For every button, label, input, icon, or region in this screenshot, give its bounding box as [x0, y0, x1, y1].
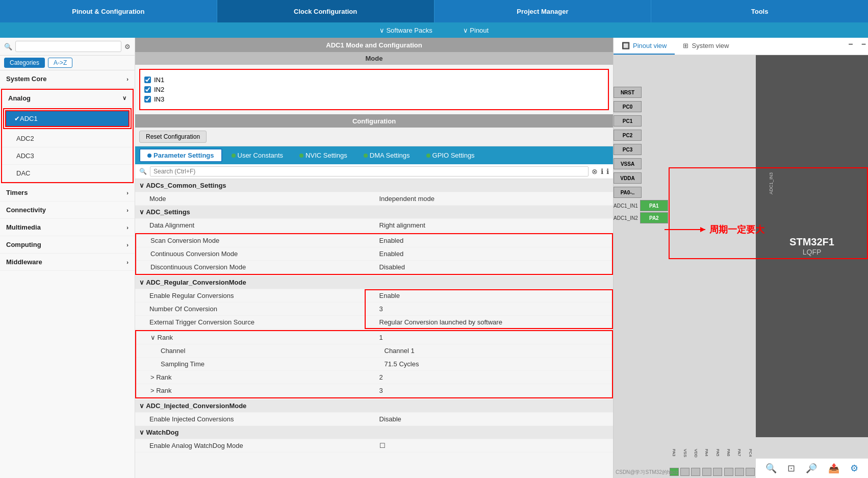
- sidebar-item-computing[interactable]: Computing ›: [0, 236, 135, 254]
- param-enable-regular[interactable]: Enable Regular Conversions Enable: [135, 289, 613, 303]
- tab-nvic-settings[interactable]: NVIC Settings: [292, 149, 354, 161]
- analog-section: Analog ∨ ✔ ADC1 ADC2 ADC3 DAC: [1, 89, 134, 183]
- search-icon-param: 🔍: [139, 168, 147, 175]
- bottom-pin-pa4: PA4: [702, 449, 711, 476]
- pin-pa2-row: ADC1_IN2 PA2: [614, 212, 668, 223]
- param-scan-mode[interactable]: Scan Conversion Mode Enabled: [136, 234, 612, 247]
- tab-dot-dma: [364, 154, 368, 158]
- param-channel1[interactable]: Channel Channel 1: [136, 344, 612, 358]
- chevron-right-icon-computing: ›: [126, 242, 129, 248]
- bottom-pin-vss-box: [680, 468, 690, 476]
- tab-dma-settings[interactable]: DMA Settings: [356, 149, 417, 161]
- bottom-pins-area: PA3 VSS VDD PA4: [669, 437, 756, 478]
- checkbox-in2[interactable]: [144, 86, 151, 93]
- reset-config-button[interactable]: Reset Configuration: [139, 131, 207, 143]
- bottom-pin-pa5: PA5: [713, 449, 722, 476]
- chip-label-main: STM32F1: [789, 236, 834, 248]
- sidebar-item-analog[interactable]: Analog ∨: [2, 90, 133, 107]
- bottom-pin-pa6: PA6: [724, 449, 733, 476]
- param-sampling1[interactable]: Sampling Time 71.5 Cycles: [136, 358, 612, 371]
- clear-search-icon[interactable]: ⊗: [592, 167, 598, 175]
- bottom-pin-pa4-box: [702, 468, 711, 476]
- sub-nav-pinout[interactable]: ∨ Pinout: [463, 27, 489, 34]
- bottom-pin-vss-label: VSS: [683, 449, 687, 467]
- param-num-conv[interactable]: Number Of Conversion 3: [135, 303, 613, 316]
- conversion-modes-redbox: Scan Conversion Mode Enabled Continuous …: [135, 233, 613, 275]
- tab-dot-gpio: [426, 154, 430, 158]
- parameter-search-input[interactable]: [150, 166, 589, 177]
- param-ext-trigger[interactable]: External Trigger Conversion Source Regul…: [135, 316, 613, 329]
- param-analog-watchdog[interactable]: Enable Analog WatchDog Mode ☐: [135, 439, 613, 452]
- param-rank2[interactable]: > Rank 2: [136, 371, 612, 384]
- chevron-right-icon: ›: [126, 76, 129, 82]
- zoom-out-icon[interactable]: 🔎: [806, 463, 817, 474]
- param-enable-injected[interactable]: Enable Injected Conversions Disable: [135, 413, 613, 426]
- categories-button[interactable]: Categories: [4, 58, 45, 68]
- bottom-pin-pc4-box: [746, 468, 755, 476]
- top-navigation: Pinout & Configuration Clock Configurati…: [0, 0, 868, 22]
- nav-clock-config[interactable]: Clock Configuration: [217, 0, 435, 22]
- sub-nav-software-packs[interactable]: ∨ Software Packs: [379, 27, 432, 34]
- bottom-pin-pc4: PC4: [746, 449, 755, 476]
- zoom-in-icon[interactable]: 🔍: [765, 463, 777, 474]
- export-icon[interactable]: 📤: [828, 463, 839, 474]
- pin-box-pa1: PA1: [640, 200, 668, 211]
- tab-user-constants[interactable]: User Constants: [224, 149, 291, 161]
- gear-icon[interactable]: ⚙: [124, 43, 131, 51]
- minus-icon[interactable]: −: [848, 40, 853, 53]
- checkbox-in1[interactable]: [144, 77, 151, 83]
- rank-redbox: ∨ Rank 1 Channel Channel 1 Sampling Time…: [135, 330, 613, 398]
- chevron-right-icon-timers: ›: [126, 190, 129, 196]
- sidebar-item-adc2[interactable]: ADC2: [2, 130, 133, 147]
- sidebar: 🔍 ⚙ Categories A->Z System Core › Analog…: [0, 38, 135, 478]
- tab-dot-user: [232, 154, 236, 158]
- param-continuous-mode[interactable]: Continuous Conversion Mode Enabled: [136, 247, 612, 261]
- sidebar-item-system-core[interactable]: System Core ›: [0, 70, 135, 88]
- section-adcs-common[interactable]: ∨ ADCs_Common_Settings: [135, 179, 613, 192]
- section-watchdog[interactable]: ∨ WatchDog: [135, 426, 613, 439]
- sidebar-item-dac[interactable]: DAC: [2, 165, 133, 182]
- sidebar-item-adc1[interactable]: ✔ ADC1: [5, 110, 130, 127]
- minus2-icon[interactable]: −: [861, 40, 866, 53]
- section-injected-conv[interactable]: ∨ ADC_Injected_ConversionMode: [135, 399, 613, 413]
- parameters-container: ∨ ADCs_Common_Settings Mode Independent …: [135, 179, 613, 478]
- bottom-pin-vdd: VDD: [691, 449, 700, 476]
- tab-system-view[interactable]: ⊞ System view: [675, 38, 737, 55]
- pin-box-pa0: PA0-..: [614, 187, 642, 198]
- az-button[interactable]: A->Z: [48, 58, 72, 68]
- nav-tools[interactable]: Tools: [651, 0, 868, 22]
- section-adc-settings[interactable]: ∨ ADC_Settings: [135, 206, 613, 219]
- settings-icon[interactable]: ⚙: [850, 463, 858, 474]
- sidebar-item-adc3[interactable]: ADC3: [2, 147, 133, 165]
- tab-pinout-view[interactable]: 🔲 Pinout view: [614, 38, 675, 55]
- bottom-pin-pa7: PA7: [735, 449, 744, 476]
- chevron-down-icon: ∨: [122, 95, 126, 102]
- param-discontinuous-mode[interactable]: Discontinuous Conversion Mode Disabled: [136, 261, 612, 274]
- tab-parameter-settings[interactable]: Parameter Settings: [139, 148, 222, 162]
- sidebar-item-middleware[interactable]: Middleware ›: [0, 254, 135, 271]
- toolbar: Reset Configuration: [135, 128, 613, 146]
- search-icon: 🔍: [4, 43, 12, 51]
- sidebar-search-input[interactable]: [15, 41, 121, 52]
- pin-nrst: NRST: [614, 86, 668, 99]
- bottom-pin-pa6-label: PA6: [726, 449, 731, 467]
- pin-box-pc0: PC0: [614, 101, 642, 112]
- tab-dot-parameter: [147, 154, 151, 158]
- sidebar-item-multimedia[interactable]: Multimedia ›: [0, 219, 135, 236]
- nav-pinout-config[interactable]: Pinout & Configuration: [0, 0, 217, 22]
- section-regular-conv[interactable]: ∨ ADC_Regular_ConversionMode: [135, 276, 613, 289]
- sidebar-item-connectivity[interactable]: Connectivity ›: [0, 202, 135, 219]
- sub-navigation: ∨ Software Packs ∨ Pinout: [0, 22, 868, 38]
- nav-project-manager[interactable]: Project Manager: [435, 0, 652, 22]
- fit-icon[interactable]: ⊡: [787, 463, 795, 474]
- pin-box-vssa: VSSA: [614, 158, 642, 169]
- adc1-in3-label: ADC1_IN3: [769, 172, 774, 194]
- param-rank3[interactable]: > Rank 3: [136, 384, 612, 397]
- sidebar-item-timers[interactable]: Timers ›: [0, 184, 135, 202]
- regular-conv-params: Enable Regular Conversions Enable Number…: [135, 289, 613, 329]
- tab-gpio-settings[interactable]: GPIO Settings: [419, 149, 482, 161]
- bottom-pin-vdd-box: [691, 468, 700, 476]
- checkbox-in3[interactable]: [144, 96, 151, 103]
- pin-vssa: VSSA: [614, 157, 668, 170]
- param-rank1[interactable]: ∨ Rank 1: [136, 331, 612, 344]
